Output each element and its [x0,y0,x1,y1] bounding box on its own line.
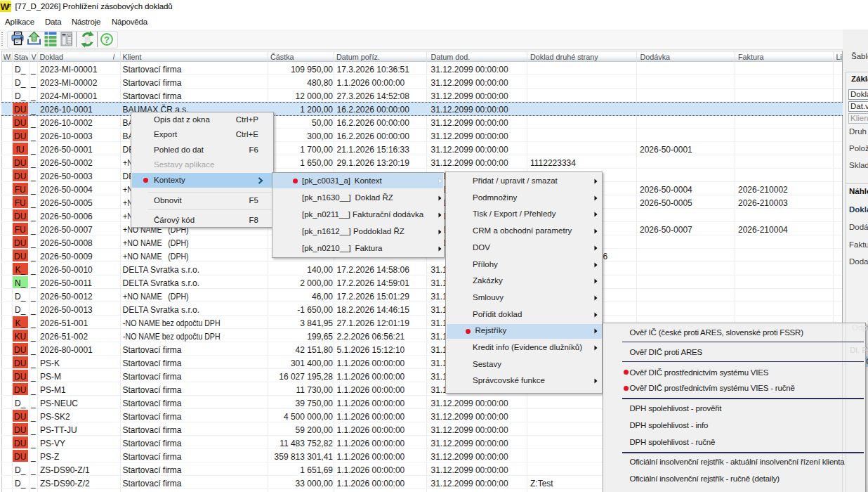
svg-text:?: ? [104,34,110,45]
